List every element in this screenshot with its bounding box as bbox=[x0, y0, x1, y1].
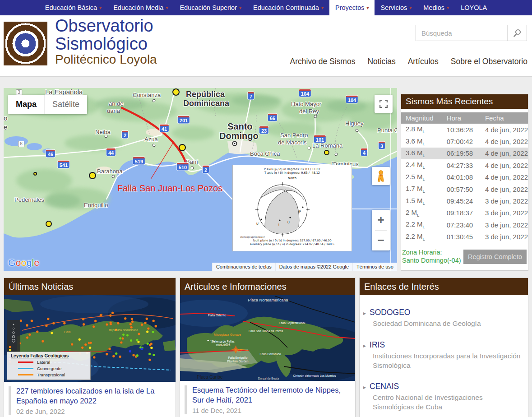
site-title-line3: Politécnico Loyola bbox=[55, 53, 157, 66]
quake-row[interactable]: 1.5 ML09:45:243 de jun, 2022 bbox=[401, 195, 528, 207]
legend-item: Convergente bbox=[11, 366, 87, 371]
quake-row[interactable]: 2.4 ML04:27:334 de jun, 2022 bbox=[401, 159, 528, 171]
link-arrow-icon: ▸ bbox=[363, 384, 366, 390]
nav-item[interactable]: LOYOLA bbox=[455, 0, 493, 15]
observatory-logo bbox=[4, 22, 47, 65]
articles-panel: Artículos e Informaciones Placa Norteame… bbox=[180, 278, 356, 417]
google-logo[interactable]: Google bbox=[8, 257, 40, 268]
site-title-line2: Sismológico bbox=[55, 35, 157, 53]
zoom-control: + − bbox=[372, 210, 390, 250]
external-link[interactable]: CENAIS bbox=[370, 382, 399, 391]
dropdown-arrow-icon: ▾ bbox=[366, 5, 369, 10]
quake-row[interactable]: 1.7 ML00:57:504 de jun, 2022 bbox=[401, 183, 528, 195]
fullscreen-button[interactable] bbox=[375, 95, 393, 113]
earthquake-marker[interactable] bbox=[172, 88, 180, 96]
fault-label: Falla San Juan-Los Pozos bbox=[117, 183, 222, 194]
nav-item[interactable]: Proyectos▾ bbox=[329, 0, 375, 15]
svg-text:P: P bbox=[299, 210, 301, 213]
zoom-in-button[interactable]: + bbox=[372, 210, 390, 230]
faults-legend-items: LateralConvergenteTranspresional bbox=[11, 360, 87, 377]
external-link[interactable]: IRIS bbox=[370, 340, 385, 349]
map-type-map-button[interactable]: Mapa bbox=[8, 95, 44, 114]
nav-item[interactable]: Educación Básica▾ bbox=[39, 0, 107, 15]
nav-item[interactable]: Educación Media▾ bbox=[107, 0, 174, 15]
articles-article-title[interactable]: Esquema Tectónico del terremoto de Nippe… bbox=[192, 385, 349, 405]
nav-item[interactable]: Educación Continuada▾ bbox=[247, 0, 329, 15]
search-button[interactable] bbox=[507, 25, 527, 41]
link-item: ▸IRISInstituciones Incorporadas para la … bbox=[363, 340, 523, 371]
timezone-row: Zona Horaria: Santo Domingo(-04) Registr… bbox=[401, 243, 528, 264]
earthquake-marker[interactable] bbox=[33, 172, 37, 176]
dropdown-arrow-icon: ▾ bbox=[166, 5, 168, 10]
map-type-satellite-button[interactable]: Satélite bbox=[44, 95, 87, 114]
zoom-out-button[interactable]: − bbox=[372, 231, 390, 251]
terms-link[interactable]: Términos de uso bbox=[352, 263, 397, 271]
legend-label: Lateral bbox=[37, 360, 50, 365]
pegman-button[interactable] bbox=[372, 167, 390, 185]
page: Educación Básica▾Educación Media▾Educaci… bbox=[0, 0, 532, 417]
earthquake-marker[interactable] bbox=[324, 150, 329, 155]
quake-row[interactable]: 2.2 ML07:23:403 de jun, 2022 bbox=[401, 219, 528, 231]
header-link[interactable]: Sobre el Observatorio bbox=[451, 57, 527, 66]
beachball-diagram: PUIU' bbox=[233, 181, 352, 236]
col-fecha: Fecha bbox=[481, 112, 528, 124]
keyboard-shortcuts-button[interactable]: Combinaciones de teclas bbox=[212, 263, 275, 271]
quake-row[interactable]: 2.2 ML01:30:453 de jun, 2022 bbox=[401, 231, 528, 243]
col-magnitud: Magnitud bbox=[401, 112, 442, 124]
nav-item[interactable]: Educación Superior▾ bbox=[174, 0, 247, 15]
topnav: Educación Básica▾Educación Media▾Educaci… bbox=[0, 0, 532, 15]
svg-text:Falla San Juan-Los Pozos: Falla San Juan-Los Pozos bbox=[249, 329, 283, 333]
full-register-button[interactable]: Registro Completo bbox=[463, 250, 527, 264]
legend-item: Lateral bbox=[11, 360, 87, 365]
map[interactable]: La EspañolaConstanzaRepúblicaDominicanaa… bbox=[4, 88, 397, 271]
header-link[interactable]: Artículos bbox=[408, 57, 439, 66]
header-link[interactable]: Noticias bbox=[367, 57, 395, 66]
link-item: ▸CENAISCentro Nacional de Investigacione… bbox=[363, 382, 523, 412]
focal-mechanism-popup: P axis (φ / δ) in degrees: 87.03 / 11.07… bbox=[232, 165, 352, 251]
quake-row[interactable]: 3.6 ML07:00:424 de jun, 2022 bbox=[401, 135, 528, 147]
earthquake-marker[interactable] bbox=[179, 144, 186, 151]
projection-text: stereographic/lower bbox=[193, 236, 312, 238]
search-box bbox=[416, 25, 527, 41]
t-axis-text: T axis (φ / δ) in degrees: 9.63 / -48.12 bbox=[233, 171, 352, 175]
svg-text:Trois-Baies: Trois-Baies bbox=[216, 343, 231, 347]
svg-text:U': U' bbox=[256, 222, 259, 226]
site-header: Observatorio Sismológico Politécnico Loy… bbox=[0, 15, 532, 77]
svg-text:Cinturón deformado Los Muertos: Cinturón deformado Los Muertos bbox=[293, 374, 336, 377]
timezone-text: Zona Horaria: Santo Domingo(-04) bbox=[402, 249, 461, 264]
links-list: ▸SODOGEOSociedad Dominicana de Geología▸… bbox=[360, 295, 528, 417]
nav-item[interactable]: Medios▾ bbox=[417, 0, 455, 15]
articles-article-date: 11 de Dec, 2021 bbox=[192, 407, 349, 414]
svg-text:Sistema de Fallas: Sistema de Fallas bbox=[211, 340, 235, 343]
news-map-image[interactable]: HaitíRepública Dominicana Leyenda Fallas… bbox=[4, 295, 176, 382]
quake-row[interactable]: 3.6 ML06:19:584 de jun, 2022 bbox=[401, 148, 528, 159]
legend-label: Convergente bbox=[37, 366, 61, 371]
external-link[interactable]: SODOGEO bbox=[370, 308, 410, 317]
earthquake-marker[interactable] bbox=[89, 172, 96, 179]
news-article-title[interactable]: 227 temblores localizados en la isla de … bbox=[16, 386, 169, 406]
svg-text:Falla Septentrional: Falla Septentrional bbox=[279, 321, 305, 325]
svg-text:I: I bbox=[278, 223, 279, 227]
dropdown-arrow-icon: ▾ bbox=[409, 5, 412, 10]
link-item: ▸SODOGEOSociedad Dominicana de Geología bbox=[363, 308, 523, 329]
earthquake-marker[interactable] bbox=[46, 221, 52, 227]
svg-text:U: U bbox=[287, 221, 290, 224]
quake-row[interactable]: 2.8 ML10:36:284 de jun, 2022 bbox=[401, 124, 528, 135]
search-icon bbox=[513, 28, 522, 37]
links-panel-title: Enlaces de Interés bbox=[360, 278, 528, 295]
search-input[interactable] bbox=[416, 25, 507, 41]
svg-text:Falla Enriquillo: Falla Enriquillo bbox=[228, 356, 248, 360]
recent-quakes-title: Sismos Más Recientes bbox=[401, 94, 528, 109]
nav-item[interactable]: Servicios▾ bbox=[375, 0, 417, 15]
quake-row[interactable]: 2 ML09:18:373 de jun, 2022 bbox=[401, 207, 528, 219]
header-link[interactable]: Archivo de Sismos bbox=[290, 57, 356, 66]
svg-text:Placa Norteamericana: Placa Norteamericana bbox=[248, 298, 288, 302]
quake-row[interactable]: 2.5 ML04:01:084 de jun, 2022 bbox=[401, 171, 528, 183]
svg-text:2010: 2010 bbox=[234, 349, 241, 352]
link-desc: Sociedad Dominicana de Geología bbox=[373, 319, 523, 329]
p-axis-text: P axis (φ / δ) in degrees: 87.03 / 11.07 bbox=[233, 167, 352, 171]
site-title: Observatorio Sismológico Politécnico Loy… bbox=[55, 17, 157, 66]
tectonic-map-image[interactable]: Placa NorteamericanaFalla OrienteFalla S… bbox=[180, 295, 355, 381]
svg-text:Falla Oriente: Falla Oriente bbox=[208, 314, 226, 317]
dropdown-arrow-icon: ▾ bbox=[99, 5, 102, 10]
